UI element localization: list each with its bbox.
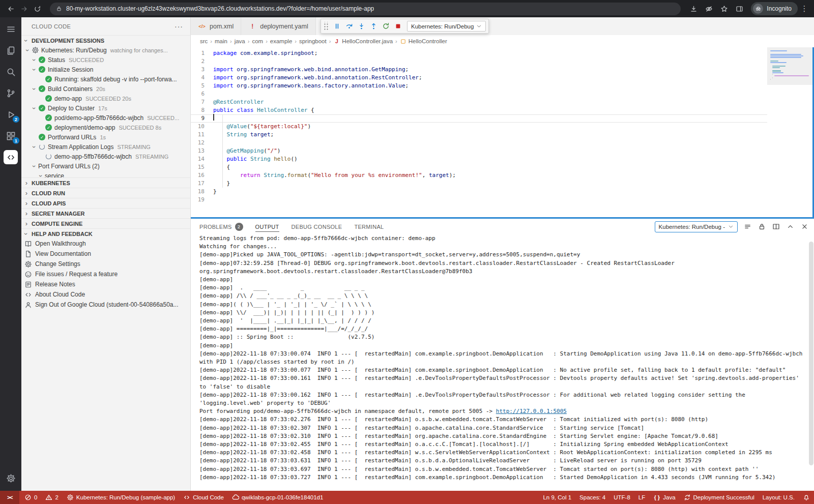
activity-manage[interactable] [0,467,21,489]
tree-item[interactable]: ›Kubernetes: Run/Debugwatching for chang… [21,45,190,55]
activity-cloud-code[interactable] [0,146,21,168]
tree-item[interactable]: ›✓Deploy to Cluster17s [21,103,190,113]
tree-item[interactable]: ✓Running: skaffold debug -v info --port-… [21,74,190,84]
forward-button[interactable] [17,2,31,15]
status-notifications[interactable] [799,491,814,504]
minimap[interactable] [767,47,814,217]
tree-item[interactable]: ›service [21,171,190,177]
code-line[interactable]: 9 [191,114,767,123]
privacy-button[interactable] [702,2,715,15]
tree-item[interactable]: ›Stream Application LogsSTREAMING [21,142,190,152]
status-keyboard-layout[interactable]: Layout: U.S. [759,491,799,504]
status-gcp-project[interactable]: qwiklabs-gcp-01-036fe18401d1 [228,491,327,504]
stop-button[interactable] [392,20,404,33]
code-line[interactable]: 2 [191,57,767,66]
activity-search[interactable] [0,61,21,82]
section-secret-manager[interactable]: ›SECRET MANAGER [21,208,190,218]
code-line[interactable]: 19 [191,196,767,204]
panel-tab-terminal[interactable]: TERMINAL [354,219,384,234]
breadcrumb-item[interactable]: com [252,38,263,44]
status-cloud-code[interactable]: Cloud Code [179,491,228,504]
step-into-button[interactable] [355,20,367,33]
side-panel-button[interactable] [733,2,746,15]
status-problems-errors[interactable]: 0 [20,491,41,504]
code-line[interactable]: 3import org.springframework.web.bind.ann… [191,66,767,74]
code-line[interactable]: 7@RestController [191,98,767,106]
code-line[interactable]: 6 [191,90,767,98]
activity-explorer[interactable] [0,40,21,61]
status-deployment-status[interactable]: Deployment Successful [680,491,759,504]
section-development-sessions[interactable]: › DEVELOPMENT SESSIONS [21,35,190,45]
tree-item[interactable]: ✓deployment/demo-appSUCCEEDED 8s [21,123,190,132]
lock-scroll-button[interactable] [757,222,766,231]
code-line[interactable]: 18} [191,188,767,196]
status-k8s-session[interactable]: Kubernetes: Run/Debug (sample-app) [63,491,179,504]
tree-item[interactable]: ›✓Build Containers20s [21,84,190,94]
drag-handle-icon[interactable] [324,22,329,31]
status-eol[interactable]: LF [634,491,649,504]
activity-extensions[interactable]: 1 [0,125,21,146]
code-line[interactable]: 12 [191,139,767,147]
panel-tab-problems[interactable]: PROBLEMS2 [199,219,243,234]
code-line[interactable]: 10 @Value("${target:local}") [191,123,767,131]
section-compute-engine[interactable]: ›COMPUTE ENGINE [21,218,190,228]
code-line[interactable]: 11 String target; [191,131,767,139]
breadcrumb-item[interactable]: HelloController [400,38,447,45]
help-item[interactable]: View Documentation [21,249,190,259]
section-help-and-feedback[interactable]: › HELP AND FEEDBACK [21,228,190,239]
code-line[interactable]: 17 } [191,180,767,188]
split-panel-button[interactable] [771,222,780,231]
help-item[interactable]: Sign Out of Google Cloud (student-00-540… [21,300,190,310]
help-item[interactable]: About Cloud Code [21,289,190,300]
downloads-button[interactable] [687,2,700,15]
pause-button[interactable] [331,20,343,33]
tree-item[interactable]: ›✓StatusSUCCEEDED [21,55,190,65]
tab-pom.xml[interactable]: </>pom.xml [191,17,241,35]
reload-button[interactable] [31,2,44,15]
tree-item[interactable]: ✓Portforward URLs1s [21,132,190,142]
help-item[interactable]: File issues / Request a feature [21,269,190,279]
url-bar[interactable]: 80-my-workstation.cluster-ug6zlz43wzeksw… [50,3,681,15]
tree-item[interactable]: demo-app-5ffb7666dc-wjbchSTREAMING [21,152,190,161]
back-button[interactable] [4,2,17,15]
browser-menu-button[interactable]: ⋮ [799,4,810,13]
breadcrumb-item[interactable]: src [200,38,208,44]
section-kubernetes[interactable]: ›KUBERNETES [21,177,190,188]
status-cursor-position[interactable]: Ln 9, Col 1 [539,491,575,504]
help-item[interactable]: Open Walkthrough [21,239,190,249]
incognito-chip[interactable]: Incognito [751,2,798,15]
section-cloud-run[interactable]: ›CLOUD RUN [21,188,190,198]
close-panel-button[interactable] [800,222,809,231]
tree-item[interactable]: ›Port Forward URLs (2) [21,161,190,171]
tree-item[interactable]: ✓pod/demo-app-5ffb7666dc-wjbchSUCCEED... [21,113,190,123]
output-log[interactable]: Streaming logs from pod: demo-app-5ffb76… [191,234,814,491]
tree-item[interactable]: ›✓Initialize Session [21,65,190,74]
maximize-panel-button[interactable] [786,222,795,231]
activity-source-control[interactable] [0,82,21,104]
breadcrumb-item[interactable]: java [235,38,245,44]
clear-output-button[interactable] [743,222,752,231]
panel-tab-output[interactable]: OUTPUT [255,219,279,234]
breadcrumb-item[interactable]: springboot [299,38,327,44]
log-link[interactable]: http://127.0.0.1:5005 [496,408,567,414]
tab-deployment.yaml[interactable]: !deployment.yaml [241,17,316,35]
activity-run-and-debug[interactable]: 2 [0,104,21,125]
panel-scrollbar[interactable] [809,242,813,465]
code-line[interactable]: 5import org.springframework.beans.factor… [191,82,767,90]
restart-button[interactable] [380,20,392,33]
code-line[interactable]: 16 return String.format("Hello from your… [191,171,767,180]
output-channel-dropdown[interactable]: Kubernetes: Run/Debug - [655,221,738,232]
help-item[interactable]: Release Notes [21,279,190,289]
breadcrumb-item[interactable]: JHelloController.java [333,38,393,45]
code-line[interactable]: 4import org.springframework.web.bind.ann… [191,74,767,82]
status-problems-warnings[interactable]: 2 [41,491,62,504]
breadcrumb-item[interactable]: main [215,38,227,44]
debug-config-dropdown[interactable]: Kubernetes: Run/Debug [407,21,486,32]
code-line[interactable]: 14 public String hello() [191,155,767,163]
help-item[interactable]: Change Settings [21,259,190,269]
breadcrumb-item[interactable]: example [270,38,292,44]
step-out-button[interactable] [367,20,380,33]
status-encoding[interactable]: UTF-8 [609,491,634,504]
status-indentation[interactable]: Spaces: 4 [575,491,609,504]
activity-menu[interactable] [0,18,21,40]
